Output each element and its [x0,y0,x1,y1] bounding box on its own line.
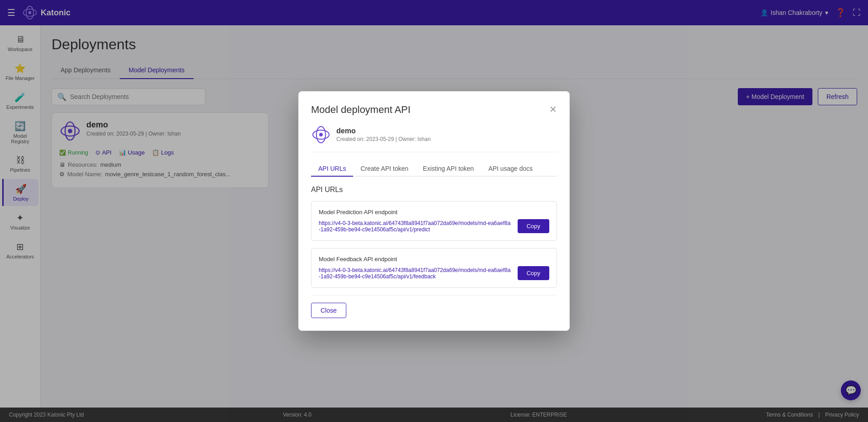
modal-logo-icon [311,125,331,145]
modal-title: Model deployment API [311,104,410,116]
prediction-url-link[interactable]: https://v4-0-3-beta.katonic.ai/64743f8a8… [319,220,512,233]
feedback-url-link[interactable]: https://v4-0-3-beta.katonic.ai/64743f8a8… [319,267,512,280]
prediction-endpoint-card: Model Prediction API endpoint https://v4… [311,201,557,241]
prediction-endpoint-row: https://v4-0-3-beta.katonic.ai/64743f8a8… [319,219,549,233]
prediction-copy-button[interactable]: Copy [518,219,549,233]
svg-point-8 [319,133,323,136]
modal-subtitle: demo Created on: 2023-05-29 | Owner: Ish… [311,125,557,152]
modal-tab-create-api-token[interactable]: Create API token [353,161,415,177]
modal-tab-existing-api-token[interactable]: Existing API token [415,161,481,177]
modal-demo-name: demo [336,127,431,135]
modal-demo-created: Created on: 2023-05-29 | Owner: Ishan [336,136,431,142]
modal-tab-api-urls[interactable]: API URLs [311,161,353,177]
modal-tabs: API URLs Create API token Existing API t… [311,161,557,177]
feedback-copy-button[interactable]: Copy [518,266,549,280]
modal-tab-api-usage-docs[interactable]: API usage docs [481,161,540,177]
feedback-endpoint-label: Model Feedback API endpoint [319,256,549,263]
modal-footer: Close [311,295,557,318]
api-urls-section: API URLs Model Prediction API endpoint h… [311,186,557,288]
modal-header: Model deployment API ✕ [311,104,557,116]
prediction-endpoint-label: Model Prediction API endpoint [319,209,549,216]
model-deployment-api-modal: Model deployment API ✕ demo Created on: … [298,91,570,331]
modal-sub-info: demo Created on: 2023-05-29 | Owner: Ish… [336,127,431,142]
modal-close-button[interactable]: ✕ [549,104,557,115]
feedback-endpoint-card: Model Feedback API endpoint https://v4-0… [311,248,557,288]
modal-close-btn[interactable]: Close [311,303,346,318]
feedback-endpoint-row: https://v4-0-3-beta.katonic.ai/64743f8a8… [319,266,549,280]
api-section-title: API URLs [311,186,557,194]
